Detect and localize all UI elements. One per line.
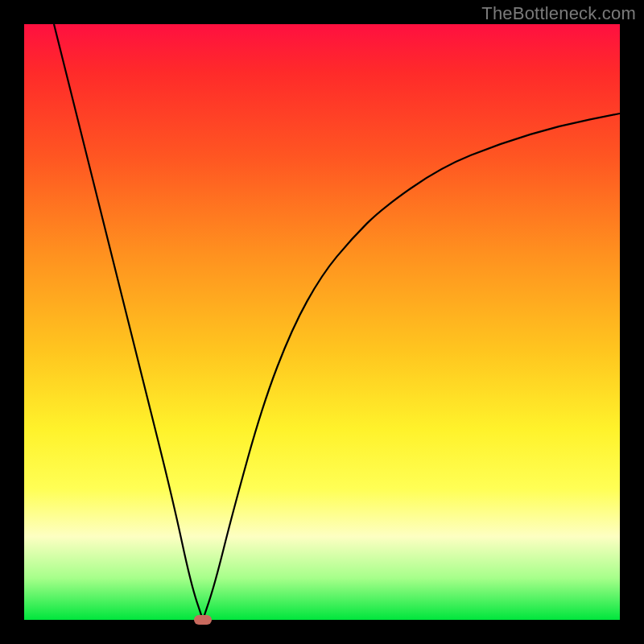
bottleneck-curve <box>24 24 620 620</box>
chart-frame: TheBottleneck.com <box>0 0 644 644</box>
min-marker <box>194 615 212 625</box>
plot-area <box>24 24 620 620</box>
curve-path <box>54 24 620 620</box>
watermark-text: TheBottleneck.com <box>481 3 636 24</box>
